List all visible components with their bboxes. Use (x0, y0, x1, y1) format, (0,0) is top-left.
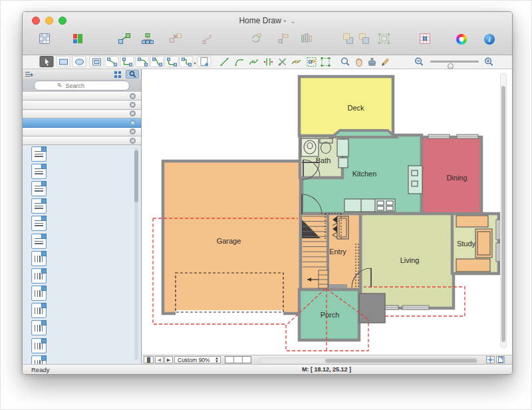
zoom-slider[interactable] (430, 61, 479, 63)
fit-page-icon[interactable] (496, 356, 505, 363)
add-shape-tool[interactable] (198, 56, 211, 67)
grid-button[interactable] (418, 31, 432, 45)
page-tab[interactable] (234, 357, 243, 363)
connector-direct-tool[interactable] (105, 56, 119, 67)
list-item[interactable] (23, 162, 141, 180)
zoom-level-select[interactable]: Custom 90% ▲▼ (174, 356, 221, 363)
chimney[interactable] (359, 294, 385, 323)
category-building-core[interactable]: ✕ (23, 118, 141, 127)
trim-tool[interactable] (275, 56, 289, 67)
list-item[interactable] (23, 302, 141, 319)
rectangle-tool[interactable] (57, 56, 70, 67)
select-area-tool[interactable] (319, 56, 332, 67)
spline-tool[interactable] (247, 56, 261, 67)
list-item[interactable] (23, 180, 141, 197)
pencil-tool[interactable] (378, 56, 392, 67)
close-category-icon[interactable]: ✕ (130, 93, 136, 99)
list-item[interactable] (23, 319, 141, 337)
list-item[interactable] (23, 250, 141, 267)
back-button[interactable] (358, 31, 371, 45)
browse-solutions-button[interactable] (71, 31, 84, 45)
zoom-tool[interactable] (338, 56, 352, 67)
title-chevron-icon[interactable]: ⌄ (290, 17, 295, 25)
inspectors-button[interactable]: i (484, 31, 495, 45)
search-text-input[interactable] (65, 82, 107, 90)
library-scrollbar[interactable] (134, 148, 138, 360)
prev-page-button[interactable]: ◀ (155, 356, 164, 363)
page-tab[interactable] (243, 357, 251, 363)
canvas-vertical-scrollbar[interactable] (500, 73, 507, 348)
zoom-in-button[interactable] (482, 56, 496, 67)
zoom-out-button[interactable] (412, 56, 426, 67)
connector-curve-tool[interactable] (180, 56, 194, 67)
close-category-icon[interactable]: ✕ (130, 120, 136, 126)
tree-button[interactable] (141, 31, 154, 45)
canvas-horizontal-scrollbar-thumb[interactable] (325, 359, 477, 363)
arc-tool[interactable] (232, 56, 246, 67)
canvas-vertical-scrollbar-thumb[interactable] (501, 86, 505, 342)
connector-smart-tool[interactable] (120, 56, 134, 67)
chain-button[interactable] (118, 31, 131, 45)
frame-tool[interactable] (90, 56, 104, 67)
close-category-icon[interactable]: ✕ (130, 138, 136, 144)
category-walls-shell-and-structure[interactable]: ✕ (23, 92, 141, 101)
select-tool[interactable] (40, 56, 54, 67)
next-page-button[interactable]: ▶ (164, 356, 173, 363)
stair-shape-icon[interactable] (31, 216, 47, 231)
libraries-button[interactable] (38, 31, 51, 45)
room-deck[interactable] (299, 77, 393, 136)
list-item[interactable] (23, 145, 141, 162)
connector-arc-tool[interactable] (136, 56, 150, 67)
delete-link-button[interactable] (169, 31, 182, 45)
search-view-button[interactable] (126, 70, 139, 79)
stair-shape-icon[interactable] (31, 146, 47, 162)
stair-shape-icon[interactable] (31, 355, 47, 364)
connector-bezier-tool[interactable] (150, 56, 164, 67)
stair-shape-icon[interactable] (31, 164, 47, 179)
close-category-icon[interactable]: ✕ (130, 128, 136, 134)
stair-shape-icon[interactable] (31, 251, 47, 266)
drawing-canvas[interactable]: GarageKitchenDiningLivingStudyEntryPorch… (142, 69, 511, 355)
front-button[interactable] (342, 31, 355, 45)
list-item[interactable] (23, 267, 141, 284)
page-tab[interactable] (225, 357, 234, 363)
distribute-button[interactable] (300, 31, 313, 45)
list-item[interactable] (23, 337, 141, 354)
stair-shape-icon[interactable] (31, 320, 47, 335)
list-item[interactable] (23, 198, 141, 215)
category-doors[interactable]: ✕ (23, 110, 141, 118)
list-item[interactable] (23, 232, 141, 250)
close-category-icon[interactable]: ✕ (130, 102, 136, 108)
align-button[interactable] (277, 31, 290, 45)
zoom-stepper-icon[interactable]: ▲▼ (215, 357, 219, 363)
category-kitchen-and-dining-room[interactable]: ✕ (23, 128, 141, 136)
reverse-link-button[interactable] (201, 31, 215, 45)
category-bathroom[interactable]: ✕ (23, 136, 141, 145)
search-input[interactable]: 🔍︎ (34, 81, 130, 91)
ellipse-tool[interactable] (72, 56, 86, 67)
color-button[interactable] (456, 31, 467, 45)
select-shapes-tool[interactable] (305, 56, 319, 67)
list-item[interactable] (23, 215, 141, 232)
library-scrollbar-thumb[interactable] (134, 150, 138, 202)
pan-tool[interactable] (352, 56, 366, 67)
list-item[interactable] (23, 285, 141, 302)
list-item-partial[interactable] (23, 354, 141, 364)
grid-view-button[interactable] (111, 70, 124, 79)
canvas-horizontal-scrollbar[interactable] (259, 357, 477, 364)
line-tool[interactable] (217, 56, 231, 67)
zoom-slider-knob[interactable] (448, 63, 454, 69)
rotate-flip-button[interactable] (249, 31, 263, 45)
stamp-tool[interactable] (365, 56, 379, 67)
identical-button[interactable] (378, 31, 391, 45)
category-windows[interactable]: ✕ (23, 101, 141, 109)
connector-curve-tool-dropdown-icon[interactable]: ▾ (194, 61, 196, 65)
divide-tool[interactable] (261, 56, 275, 67)
connector-rounded-tool[interactable] (165, 56, 179, 67)
stair-shape-icon[interactable] (31, 303, 47, 318)
splitter-button[interactable]: ▐▌ (144, 356, 154, 363)
stair-shape-icon[interactable] (31, 198, 47, 214)
close-category-icon[interactable]: ✕ (130, 110, 136, 116)
stair-shape-icon[interactable] (31, 234, 47, 249)
stair-shape-icon[interactable] (31, 268, 47, 284)
